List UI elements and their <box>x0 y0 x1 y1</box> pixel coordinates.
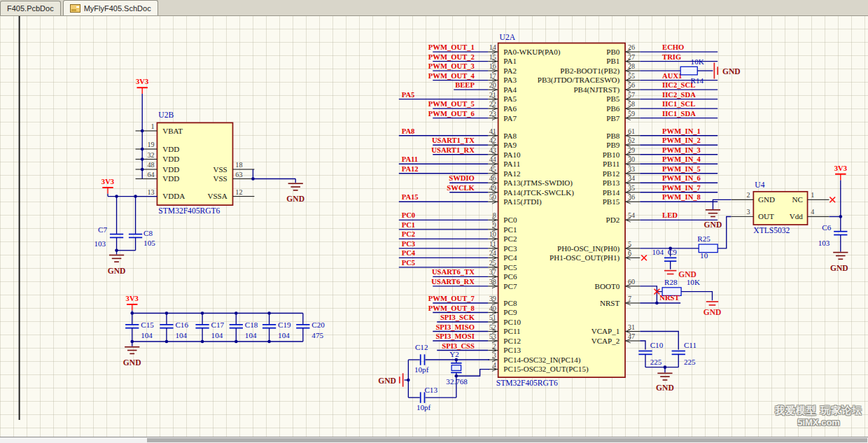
component-value: 103 <box>818 239 830 247</box>
net-label: AUX1 <box>662 72 682 80</box>
pin-name: VDD <box>162 165 179 174</box>
net-label: PA15 <box>402 193 419 201</box>
net-label: PWM_OUT_4 <box>428 72 475 80</box>
pin-name: PA8 <box>503 132 517 140</box>
junction-dot <box>234 311 238 315</box>
gnd-label: GND <box>830 264 848 273</box>
pin-name: PC0 <box>503 216 517 224</box>
designator: C13 <box>424 386 438 394</box>
designator: C18 <box>245 321 258 329</box>
pin-name: PH0-OSC_IN(PH0) <box>557 244 620 253</box>
horizontal-scrollbar[interactable] <box>0 437 868 443</box>
gnd-label: GND <box>704 220 722 230</box>
pin-number: 14 <box>489 43 496 51</box>
pin-name: PB4(NJTRST) <box>573 85 620 94</box>
pin-name: PC9 <box>503 308 517 316</box>
component-value: 475 <box>312 331 323 339</box>
pin-name: PA3 <box>503 76 517 84</box>
component-value: 32.768 <box>446 377 468 386</box>
designator: C12 <box>415 343 428 351</box>
junction-dot <box>141 168 144 171</box>
junction-dot <box>234 340 238 344</box>
net-label: SWCLK <box>447 184 475 192</box>
net-label: PWM_IN_7 <box>662 184 701 192</box>
crystal-y2[interactable] <box>451 365 461 371</box>
net-label: PC0 <box>402 211 415 219</box>
net-label: PA5 <box>402 91 415 99</box>
pin-number: 1 <box>811 191 814 199</box>
pin-number: 44 <box>489 155 496 163</box>
designator: C20 <box>312 321 325 329</box>
pin-number: 2 <box>493 342 496 350</box>
schematic-doc-icon <box>70 4 80 13</box>
pin-name: PB7 <box>606 114 620 122</box>
net-label: SPI3_MISO <box>435 323 474 331</box>
pin-number: 7 <box>628 295 631 302</box>
wire <box>640 341 645 350</box>
pin-number: 24 <box>489 249 496 257</box>
pin-name: PA7 <box>503 114 517 122</box>
pin-name: PA15(JTDI) <box>503 197 542 206</box>
component-value: 10K <box>691 57 704 66</box>
pin-name: PC4 <box>503 253 517 262</box>
pin-number: 61 <box>628 127 635 135</box>
pin-name: PD2 <box>606 216 620 224</box>
gnd-label: GND <box>704 308 722 317</box>
pin-number: 19 <box>147 141 154 148</box>
junction-dot <box>141 129 144 133</box>
pin-name: NC <box>792 195 802 204</box>
pin-name: PC2 <box>503 234 517 243</box>
pin-name: PA14(JTCK-SWCLK) <box>503 188 574 197</box>
gnd-label: GND <box>108 267 126 276</box>
power-label: 3V3 <box>136 78 148 85</box>
pin-name: VDDA <box>162 192 185 200</box>
pin-number: 45 <box>489 165 496 173</box>
schematic-sheet[interactable]: U2ASTM32F405RGT614PA0-WKUP(PA0)PWM_OUT_1… <box>0 15 868 438</box>
pin-name: PB11 <box>603 160 620 168</box>
tab-schdoc[interactable]: MyFlyF405.SchDoc <box>63 0 158 15</box>
pin-number: 9 <box>493 221 496 229</box>
pin-number: 11 <box>489 240 496 248</box>
pin-name: PB2-BOOT1(PB2) <box>560 66 620 76</box>
power-label: 3V3 <box>834 164 847 172</box>
pin-number: 46 <box>489 174 496 182</box>
pin-number: 4 <box>811 208 814 216</box>
tab-schdoc-label: MyFlyF405.SchDoc <box>84 4 151 13</box>
component-value: 10 <box>700 251 708 260</box>
pin-number: 51 <box>489 314 496 321</box>
tab-pcbdoc[interactable]: F405.PcbDoc <box>0 1 61 15</box>
pin-name: PA1 <box>503 57 517 65</box>
pin-number: 43 <box>489 146 496 154</box>
schematic-canvas[interactable]: U2ASTM32F405RGT614PA0-WKUP(PA0)PWM_OUT_1… <box>0 15 868 437</box>
designator: C10 <box>650 341 664 349</box>
scrollbar-thumb[interactable] <box>147 438 867 442</box>
pin-number: 52 <box>489 323 496 331</box>
component-value: 225 <box>684 358 696 366</box>
net-label: SPI3_SCK <box>440 314 475 321</box>
pin-number: 37 <box>489 268 496 276</box>
junction-dot <box>201 340 204 344</box>
component-value: 104 <box>211 331 223 339</box>
pin-number: 28 <box>628 62 635 70</box>
designator: C7 <box>98 225 107 234</box>
pin-name: PC6 <box>503 272 517 281</box>
net-label: USART6_RX <box>431 278 475 286</box>
component-value: 10K <box>687 278 700 286</box>
watermark-line2: 5iMX.com <box>775 417 862 428</box>
pin-name: PC8 <box>503 299 517 307</box>
pin-name: VSS <box>213 165 227 174</box>
resistor-r14[interactable] <box>680 66 697 75</box>
designator: C11 <box>684 341 696 349</box>
pin-name: PC5 <box>503 263 517 272</box>
designator: U2A <box>500 33 516 42</box>
pin-name: PA10 <box>503 150 521 159</box>
watermark-line1: 我爱模型 玩家论坛 <box>775 405 862 417</box>
component-value: 225 <box>650 358 662 366</box>
designator: C9 <box>668 248 677 256</box>
component-value: 10pf <box>416 403 431 412</box>
net-label: USART1_TX <box>432 136 475 144</box>
net-label: USART6_TX <box>432 268 475 276</box>
pin-name: PA5 <box>503 94 517 103</box>
pin-number: 41 <box>489 127 496 135</box>
part-number: STM32F405RGT6 <box>158 206 220 216</box>
